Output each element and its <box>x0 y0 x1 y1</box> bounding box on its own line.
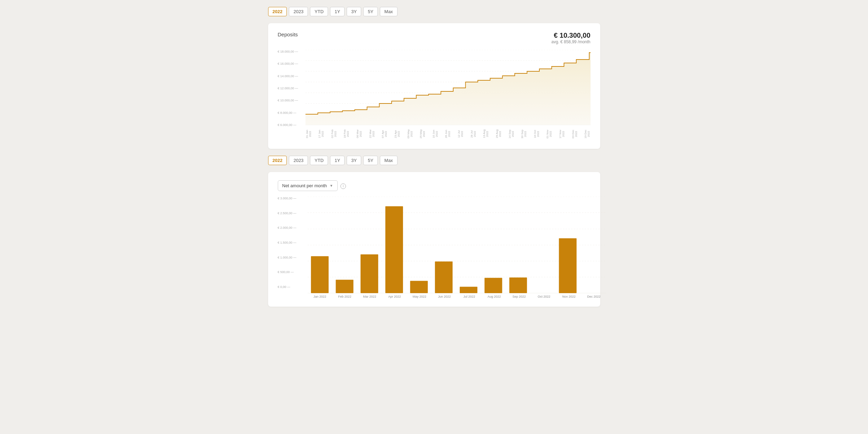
deposits-chart-card: Deposits € 10.300,00 avg. € 858,99 /mont… <box>268 23 600 149</box>
x-label-20: 17 Nov 2022 <box>559 127 565 141</box>
x-label-18: 16 Oct 2022 <box>533 127 540 141</box>
bar-jan <box>311 256 328 293</box>
x-label-1: 17 Jan 2022 <box>318 127 324 141</box>
line-chart-svg <box>305 50 591 126</box>
x-label-2: 02 Feb 2022 <box>331 127 337 141</box>
filter-btn-max-2[interactable]: Max <box>380 156 398 165</box>
time-filter-row-2: 2022 2023 YTD 1Y 3Y 5Y Max <box>268 156 600 165</box>
filter-btn-1y[interactable]: 1Y <box>330 7 345 16</box>
bar-jun <box>410 281 428 293</box>
x-label-14: 13 Aug 2022 <box>483 127 489 141</box>
chart-type-dropdown[interactable]: Net amount per month ▼ <box>278 180 338 191</box>
bar-oct <box>509 278 527 293</box>
x-label-5: 22 Mar 2022 <box>369 127 375 141</box>
y-label-2: € 16.000,00 — <box>278 62 305 65</box>
y-label-5: € 10.000,00 — <box>278 99 305 102</box>
bar-x-aug: Aug 2022 <box>482 295 507 298</box>
bar-x-feb: Feb 2022 <box>332 295 357 298</box>
bar-chart-svg <box>308 197 606 293</box>
time-filter-row-1: 2022 2023 YTD 1Y 3Y 5Y Max <box>268 7 600 16</box>
bar-y-label-1: € 3.000,00 — <box>278 197 308 200</box>
bar-x-oct: Oct 2022 <box>532 295 557 298</box>
x-label-22: 19 Dec 2022 <box>584 127 590 141</box>
x-label-7: 23 Apr 2022 <box>394 127 400 141</box>
x-label-15: 29 Aug 2022 <box>495 127 502 141</box>
filter-btn-2023-2[interactable]: 2023 <box>289 156 308 165</box>
x-label-10: 10 Jun 2022 <box>432 127 438 141</box>
deposits-stats: € 10.300,00 avg. € 858,99 /month <box>551 31 591 44</box>
info-icon[interactable]: i <box>340 183 346 189</box>
y-label-4: € 12.000,00 — <box>278 87 305 90</box>
bar-chart-header: Net amount per month ▼ i <box>278 180 591 191</box>
deposits-header: Deposits € 10.300,00 avg. € 858,99 /mont… <box>278 31 591 44</box>
x-label-19: 01 Nov 2022 <box>546 127 552 141</box>
y-label-3: € 14.000,00 — <box>278 74 305 78</box>
filter-btn-5y-2[interactable]: 5Y <box>363 156 378 165</box>
filter-btn-2023[interactable]: 2023 <box>289 7 308 16</box>
bar-y-label-2: € 2.500,00 — <box>278 211 308 215</box>
filter-btn-2022-2[interactable]: 2022 <box>268 156 287 165</box>
bar-y-label-5: € 1.000,00 — <box>278 256 308 259</box>
bar-apr <box>360 254 378 293</box>
filter-btn-3y[interactable]: 3Y <box>347 7 361 16</box>
bar-y-label-4: € 1.500,00 — <box>278 241 308 244</box>
bar-mar <box>336 280 353 293</box>
bar-jul <box>435 261 453 293</box>
filter-btn-1y-2[interactable]: 1Y <box>330 156 345 165</box>
bar-y-label-6: € 500,00 — <box>278 270 308 274</box>
x-label-12: 12 Jul 2022 <box>457 127 464 141</box>
bar-chart-card: Net amount per month ▼ i € 3.000,00 — € … <box>268 172 600 307</box>
bar-x-apr: Apr 2022 <box>382 295 407 298</box>
x-label-6: 07 Apr 2022 <box>381 127 387 141</box>
svg-marker-8 <box>305 53 591 125</box>
bar-x-jan: Jan 2022 <box>308 295 332 298</box>
x-label-4: 06 Mar 2022 <box>356 127 362 141</box>
x-label-17: 30 Sep 2022 <box>521 127 527 141</box>
bar-x-dec: Dec 2022 <box>582 295 606 298</box>
main-container: 2022 2023 YTD 1Y 3Y 5Y Max Deposits € 10… <box>268 7 600 307</box>
bar-y-label-7: € 0,00 — <box>278 285 308 289</box>
deposits-total: € 10.300,00 <box>551 31 591 39</box>
x-label-9: 25 May 2022 <box>419 127 426 141</box>
bar-aug <box>459 287 477 293</box>
x-label-3: 18 Feb 2022 <box>343 127 349 141</box>
y-label-6: € 8.000,00 — <box>278 111 305 115</box>
bar-x-jul: Jul 2022 <box>457 295 482 298</box>
dropdown-label: Net amount per month <box>282 183 327 188</box>
x-label-16: 14 Sep 2022 <box>508 127 514 141</box>
y-label-1: € 18.000,00 — <box>278 50 305 53</box>
y-label-7: € 6.000,00 — <box>278 123 305 127</box>
x-label-21: 03 Dec 2022 <box>572 127 578 141</box>
x-label-0: 01 Jan 2022 <box>305 127 312 141</box>
bar-dec <box>559 238 576 293</box>
bar-x-may: May 2022 <box>407 295 432 298</box>
x-label-8: 09 May 2022 <box>407 127 413 141</box>
deposits-title: Deposits <box>278 31 298 37</box>
x-label-11: 26 Jun 2022 <box>445 127 451 141</box>
filter-btn-2022[interactable]: 2022 <box>268 7 287 16</box>
filter-btn-ytd-2[interactable]: YTD <box>310 156 328 165</box>
bar-x-sep: Sep 2022 <box>507 295 532 298</box>
bar-chart-area <box>308 197 606 293</box>
filter-btn-ytd[interactable]: YTD <box>310 7 328 16</box>
filter-btn-max[interactable]: Max <box>380 7 398 16</box>
bar-x-nov: Nov 2022 <box>557 295 582 298</box>
bar-y-label-3: € 2.000,00 — <box>278 226 308 229</box>
bar-may <box>385 206 403 293</box>
filter-btn-5y[interactable]: 5Y <box>363 7 378 16</box>
bar-x-mar: Mar 2022 <box>357 295 382 298</box>
deposits-avg: avg. € 858,99 /month <box>551 39 591 44</box>
x-label-13: 28 Jul 2022 <box>470 127 476 141</box>
bar-x-jun: Jun 2022 <box>432 295 457 298</box>
line-chart-area <box>305 50 591 126</box>
bar-sep <box>484 278 502 293</box>
filter-btn-3y-2[interactable]: 3Y <box>347 156 361 165</box>
chevron-down-icon: ▼ <box>330 184 333 188</box>
